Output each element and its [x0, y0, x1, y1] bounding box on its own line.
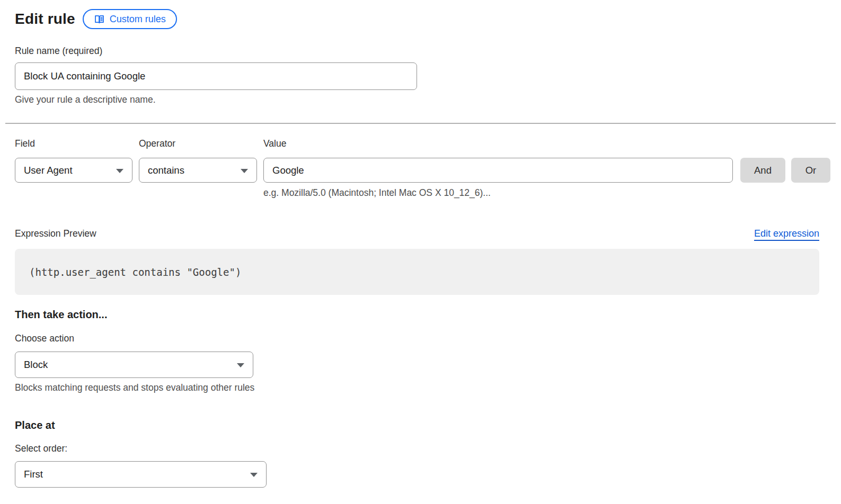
operator-select-value: contains [148, 165, 184, 176]
expression-preview-section: Expression Preview Edit expression (http… [15, 228, 830, 295]
chevron-down-icon [250, 473, 258, 477]
condition-controls-row: User Agent contains And Or [15, 158, 830, 183]
operator-select[interactable]: contains [139, 158, 257, 183]
edit-expression-link[interactable]: Edit expression [754, 228, 819, 241]
expression-preview-label: Expression Preview [15, 228, 96, 239]
action-select-value: Block [24, 359, 48, 371]
page-title: Edit rule [15, 11, 75, 28]
or-button[interactable]: Or [791, 158, 830, 183]
section-divider [5, 123, 836, 124]
edit-rule-page: Edit rule Custom rules Rule name (requir… [0, 0, 841, 488]
page-header: Edit rule Custom rules [15, 8, 830, 30]
custom-rules-badge[interactable]: Custom rules [83, 9, 177, 29]
action-helper: Blocks matching requests and stops evalu… [15, 382, 830, 393]
operator-label: Operator [139, 138, 263, 149]
expression-code-box: (http.user_agent contains "Google") [15, 249, 819, 295]
open-book-icon [94, 14, 105, 25]
chevron-down-icon [237, 363, 244, 367]
rule-name-section: Rule name (required) Give your rule a de… [15, 46, 830, 105]
value-input[interactable] [263, 158, 733, 183]
select-order-label: Select order: [15, 443, 830, 454]
action-heading: Then take action... [15, 309, 830, 321]
choose-action-label: Choose action [15, 333, 830, 344]
field-select[interactable]: User Agent [15, 158, 132, 183]
rule-name-input[interactable] [15, 62, 417, 90]
expression-code: (http.user_agent contains "Google") [29, 266, 241, 278]
rule-name-helper: Give your rule a descriptive name. [15, 94, 830, 105]
value-label: Value [263, 138, 830, 149]
custom-rules-badge-label: Custom rules [110, 14, 166, 25]
action-section: Then take action... Choose action Block … [15, 309, 830, 393]
placement-section: Place at Select order: First [15, 419, 830, 488]
field-label: Field [15, 138, 139, 149]
and-button[interactable]: And [740, 158, 785, 183]
expression-preview-header: Expression Preview Edit expression [15, 228, 819, 241]
chevron-down-icon [116, 169, 123, 173]
value-helper: e.g. Mozilla/5.0 (Macintosh; Intel Mac O… [263, 187, 830, 199]
chevron-down-icon [241, 169, 248, 173]
rule-name-label: Rule name (required) [15, 46, 830, 57]
action-select[interactable]: Block [15, 352, 253, 378]
condition-labels-row: Field Operator Value [15, 138, 830, 149]
order-select[interactable]: First [15, 461, 267, 488]
condition-builder: Field Operator Value User Agent contains… [15, 138, 830, 199]
field-select-value: User Agent [24, 165, 73, 176]
order-select-value: First [24, 469, 43, 480]
place-at-heading: Place at [15, 419, 830, 431]
